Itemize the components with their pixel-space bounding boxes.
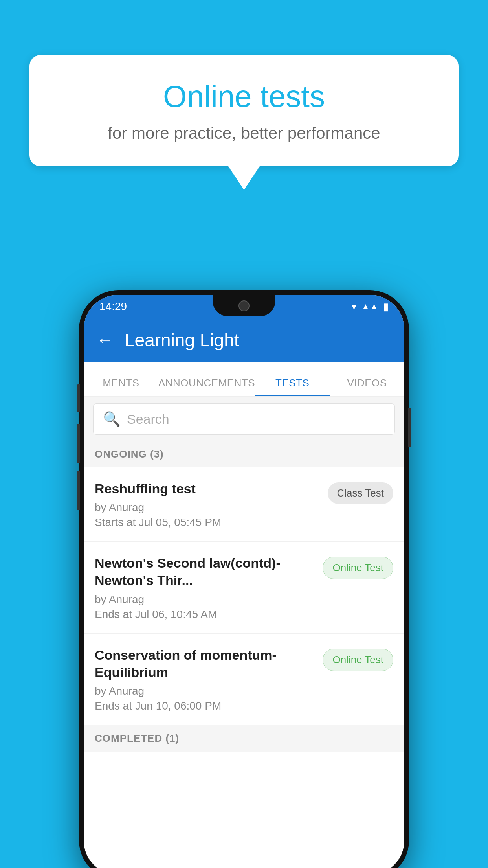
phone-notch <box>213 295 275 316</box>
ongoing-section-header: ONGOING (3) <box>84 441 404 467</box>
test-by-conservation: by Anurag <box>95 685 315 697</box>
phone-screen: 14:29 ▾ ▲▲ ▮ ← Learning Light MENTS ANNO… <box>84 295 404 868</box>
back-button[interactable]: ← <box>96 330 114 350</box>
test-content-newtons: Newton's Second law(contd)-Newton's Thir… <box>95 554 315 620</box>
tab-announcements[interactable]: ANNOUNCEMENTS <box>158 377 255 396</box>
test-content-conservation: Conservation of momentum-Equilibrium by … <box>95 646 315 712</box>
test-time-reshuffling: Starts at Jul 05, 05:45 PM <box>95 516 320 529</box>
tab-ments[interactable]: MENTS <box>84 377 158 396</box>
test-item-reshuffling[interactable]: Reshuffling test by Anurag Starts at Jul… <box>84 467 404 542</box>
speech-bubble: Online tests for more practice, better p… <box>29 55 459 166</box>
front-camera <box>238 300 250 311</box>
test-by-newtons: by Anurag <box>95 593 315 606</box>
status-time: 14:29 <box>99 300 127 313</box>
battery-icon: ▮ <box>383 301 389 313</box>
search-placeholder: Search <box>127 412 169 427</box>
search-bar[interactable]: 🔍 Search <box>93 403 395 435</box>
phone-frame: 14:29 ▾ ▲▲ ▮ ← Learning Light MENTS ANNO… <box>79 290 409 868</box>
test-name-reshuffling: Reshuffling test <box>95 480 320 497</box>
test-by-reshuffling: by Anurag <box>95 501 320 514</box>
app-bar-title: Learning Light <box>125 329 239 351</box>
signal-icon: ▲▲ <box>361 302 378 312</box>
speech-bubble-container: Online tests for more practice, better p… <box>29 55 459 190</box>
speech-bubble-arrow <box>228 166 260 190</box>
test-time-newtons: Ends at Jul 06, 10:45 AM <box>95 608 315 621</box>
power-button <box>408 408 411 447</box>
volume-up-button <box>77 384 80 412</box>
search-container: 🔍 Search <box>84 397 404 441</box>
volume-down-button <box>77 424 80 463</box>
speech-bubble-subtitle: for more practice, better performance <box>61 124 427 143</box>
badge-class-test-reshuffling: Class Test <box>328 482 393 504</box>
test-item-newtons[interactable]: Newton's Second law(contd)-Newton's Thir… <box>84 542 404 633</box>
test-item-conservation[interactable]: Conservation of momentum-Equilibrium by … <box>84 634 404 725</box>
completed-section-header: COMPLETED (1) <box>84 725 404 752</box>
badge-online-test-conservation: Online Test <box>323 649 393 671</box>
silent-button <box>77 471 80 510</box>
wifi-icon: ▾ <box>352 301 356 312</box>
test-list: Reshuffling test by Anurag Starts at Jul… <box>84 467 404 725</box>
app-bar: ← Learning Light <box>84 318 404 362</box>
test-content-reshuffling: Reshuffling test by Anurag Starts at Jul… <box>95 480 320 529</box>
search-icon: 🔍 <box>103 411 121 427</box>
tab-tests[interactable]: TESTS <box>255 377 330 396</box>
test-name-conservation: Conservation of momentum-Equilibrium <box>95 646 315 681</box>
speech-bubble-title: Online tests <box>61 79 427 114</box>
test-name-newtons: Newton's Second law(contd)-Newton's Thir… <box>95 554 315 589</box>
badge-online-test-newtons: Online Test <box>323 557 393 579</box>
test-time-conservation: Ends at Jun 10, 06:00 PM <box>95 700 315 712</box>
tabs-container: MENTS ANNOUNCEMENTS TESTS VIDEOS <box>84 362 404 397</box>
status-icons: ▾ ▲▲ ▮ <box>352 301 389 313</box>
tab-videos[interactable]: VIDEOS <box>330 377 404 396</box>
